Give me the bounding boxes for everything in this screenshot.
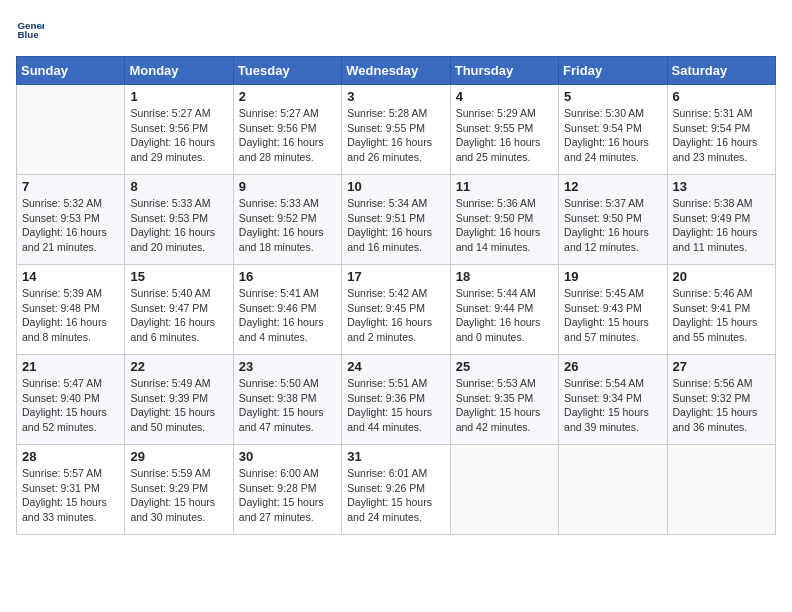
day-info: Sunrise: 5:33 AM Sunset: 9:53 PM Dayligh… [130, 196, 227, 255]
calendar-cell: 17Sunrise: 5:42 AM Sunset: 9:45 PM Dayli… [342, 265, 450, 355]
col-header-tuesday: Tuesday [233, 57, 341, 85]
calendar-cell: 29Sunrise: 5:59 AM Sunset: 9:29 PM Dayli… [125, 445, 233, 535]
calendar-cell: 8Sunrise: 5:33 AM Sunset: 9:53 PM Daylig… [125, 175, 233, 265]
day-number: 13 [673, 179, 770, 194]
calendar-cell [17, 85, 125, 175]
day-info: Sunrise: 5:34 AM Sunset: 9:51 PM Dayligh… [347, 196, 444, 255]
day-info: Sunrise: 5:45 AM Sunset: 9:43 PM Dayligh… [564, 286, 661, 345]
col-header-wednesday: Wednesday [342, 57, 450, 85]
day-number: 18 [456, 269, 553, 284]
calendar-table: SundayMondayTuesdayWednesdayThursdayFrid… [16, 56, 776, 535]
day-info: Sunrise: 5:36 AM Sunset: 9:50 PM Dayligh… [456, 196, 553, 255]
day-number: 4 [456, 89, 553, 104]
calendar-week-row: 28Sunrise: 5:57 AM Sunset: 9:31 PM Dayli… [17, 445, 776, 535]
day-number: 11 [456, 179, 553, 194]
day-number: 16 [239, 269, 336, 284]
calendar-cell: 27Sunrise: 5:56 AM Sunset: 9:32 PM Dayli… [667, 355, 775, 445]
calendar-cell: 20Sunrise: 5:46 AM Sunset: 9:41 PM Dayli… [667, 265, 775, 355]
calendar-cell: 30Sunrise: 6:00 AM Sunset: 9:28 PM Dayli… [233, 445, 341, 535]
day-number: 17 [347, 269, 444, 284]
calendar-cell: 31Sunrise: 6:01 AM Sunset: 9:26 PM Dayli… [342, 445, 450, 535]
day-number: 3 [347, 89, 444, 104]
day-number: 15 [130, 269, 227, 284]
day-info: Sunrise: 5:27 AM Sunset: 9:56 PM Dayligh… [239, 106, 336, 165]
day-number: 2 [239, 89, 336, 104]
calendar-cell: 5Sunrise: 5:30 AM Sunset: 9:54 PM Daylig… [559, 85, 667, 175]
calendar-cell: 23Sunrise: 5:50 AM Sunset: 9:38 PM Dayli… [233, 355, 341, 445]
day-number: 21 [22, 359, 119, 374]
calendar-cell: 11Sunrise: 5:36 AM Sunset: 9:50 PM Dayli… [450, 175, 558, 265]
calendar-week-row: 14Sunrise: 5:39 AM Sunset: 9:48 PM Dayli… [17, 265, 776, 355]
day-info: Sunrise: 5:54 AM Sunset: 9:34 PM Dayligh… [564, 376, 661, 435]
day-info: Sunrise: 5:53 AM Sunset: 9:35 PM Dayligh… [456, 376, 553, 435]
day-number: 27 [673, 359, 770, 374]
page-header: General Blue [16, 16, 776, 44]
day-number: 24 [347, 359, 444, 374]
calendar-cell: 18Sunrise: 5:44 AM Sunset: 9:44 PM Dayli… [450, 265, 558, 355]
col-header-saturday: Saturday [667, 57, 775, 85]
day-info: Sunrise: 5:40 AM Sunset: 9:47 PM Dayligh… [130, 286, 227, 345]
day-info: Sunrise: 5:39 AM Sunset: 9:48 PM Dayligh… [22, 286, 119, 345]
day-number: 5 [564, 89, 661, 104]
logo: General Blue [16, 16, 48, 44]
calendar-cell: 16Sunrise: 5:41 AM Sunset: 9:46 PM Dayli… [233, 265, 341, 355]
calendar-cell: 12Sunrise: 5:37 AM Sunset: 9:50 PM Dayli… [559, 175, 667, 265]
day-number: 6 [673, 89, 770, 104]
calendar-cell: 1Sunrise: 5:27 AM Sunset: 9:56 PM Daylig… [125, 85, 233, 175]
calendar-cell: 13Sunrise: 5:38 AM Sunset: 9:49 PM Dayli… [667, 175, 775, 265]
calendar-cell: 25Sunrise: 5:53 AM Sunset: 9:35 PM Dayli… [450, 355, 558, 445]
day-number: 10 [347, 179, 444, 194]
calendar-cell: 9Sunrise: 5:33 AM Sunset: 9:52 PM Daylig… [233, 175, 341, 265]
day-number: 19 [564, 269, 661, 284]
calendar-cell: 26Sunrise: 5:54 AM Sunset: 9:34 PM Dayli… [559, 355, 667, 445]
day-info: Sunrise: 5:46 AM Sunset: 9:41 PM Dayligh… [673, 286, 770, 345]
day-info: Sunrise: 5:42 AM Sunset: 9:45 PM Dayligh… [347, 286, 444, 345]
calendar-cell: 3Sunrise: 5:28 AM Sunset: 9:55 PM Daylig… [342, 85, 450, 175]
calendar-cell: 19Sunrise: 5:45 AM Sunset: 9:43 PM Dayli… [559, 265, 667, 355]
day-info: Sunrise: 5:44 AM Sunset: 9:44 PM Dayligh… [456, 286, 553, 345]
col-header-friday: Friday [559, 57, 667, 85]
day-info: Sunrise: 5:33 AM Sunset: 9:52 PM Dayligh… [239, 196, 336, 255]
day-info: Sunrise: 6:00 AM Sunset: 9:28 PM Dayligh… [239, 466, 336, 525]
day-info: Sunrise: 5:57 AM Sunset: 9:31 PM Dayligh… [22, 466, 119, 525]
day-number: 8 [130, 179, 227, 194]
day-number: 31 [347, 449, 444, 464]
day-number: 1 [130, 89, 227, 104]
calendar-cell: 6Sunrise: 5:31 AM Sunset: 9:54 PM Daylig… [667, 85, 775, 175]
col-header-monday: Monday [125, 57, 233, 85]
calendar-cell: 24Sunrise: 5:51 AM Sunset: 9:36 PM Dayli… [342, 355, 450, 445]
calendar-cell [667, 445, 775, 535]
calendar-week-row: 21Sunrise: 5:47 AM Sunset: 9:40 PM Dayli… [17, 355, 776, 445]
day-number: 9 [239, 179, 336, 194]
day-number: 14 [22, 269, 119, 284]
day-number: 25 [456, 359, 553, 374]
calendar-cell: 21Sunrise: 5:47 AM Sunset: 9:40 PM Dayli… [17, 355, 125, 445]
calendar-cell: 10Sunrise: 5:34 AM Sunset: 9:51 PM Dayli… [342, 175, 450, 265]
day-info: Sunrise: 5:47 AM Sunset: 9:40 PM Dayligh… [22, 376, 119, 435]
day-number: 23 [239, 359, 336, 374]
day-info: Sunrise: 5:29 AM Sunset: 9:55 PM Dayligh… [456, 106, 553, 165]
day-info: Sunrise: 5:28 AM Sunset: 9:55 PM Dayligh… [347, 106, 444, 165]
day-info: Sunrise: 5:27 AM Sunset: 9:56 PM Dayligh… [130, 106, 227, 165]
day-number: 26 [564, 359, 661, 374]
calendar-header-row: SundayMondayTuesdayWednesdayThursdayFrid… [17, 57, 776, 85]
day-info: Sunrise: 5:41 AM Sunset: 9:46 PM Dayligh… [239, 286, 336, 345]
calendar-cell: 15Sunrise: 5:40 AM Sunset: 9:47 PM Dayli… [125, 265, 233, 355]
day-number: 28 [22, 449, 119, 464]
day-info: Sunrise: 5:38 AM Sunset: 9:49 PM Dayligh… [673, 196, 770, 255]
day-info: Sunrise: 5:49 AM Sunset: 9:39 PM Dayligh… [130, 376, 227, 435]
day-number: 7 [22, 179, 119, 194]
day-info: Sunrise: 5:56 AM Sunset: 9:32 PM Dayligh… [673, 376, 770, 435]
day-info: Sunrise: 5:51 AM Sunset: 9:36 PM Dayligh… [347, 376, 444, 435]
logo-icon: General Blue [16, 16, 44, 44]
calendar-cell: 7Sunrise: 5:32 AM Sunset: 9:53 PM Daylig… [17, 175, 125, 265]
day-info: Sunrise: 5:31 AM Sunset: 9:54 PM Dayligh… [673, 106, 770, 165]
day-info: Sunrise: 6:01 AM Sunset: 9:26 PM Dayligh… [347, 466, 444, 525]
day-info: Sunrise: 5:32 AM Sunset: 9:53 PM Dayligh… [22, 196, 119, 255]
calendar-week-row: 7Sunrise: 5:32 AM Sunset: 9:53 PM Daylig… [17, 175, 776, 265]
calendar-cell: 14Sunrise: 5:39 AM Sunset: 9:48 PM Dayli… [17, 265, 125, 355]
day-number: 22 [130, 359, 227, 374]
day-info: Sunrise: 5:30 AM Sunset: 9:54 PM Dayligh… [564, 106, 661, 165]
day-number: 29 [130, 449, 227, 464]
day-number: 30 [239, 449, 336, 464]
